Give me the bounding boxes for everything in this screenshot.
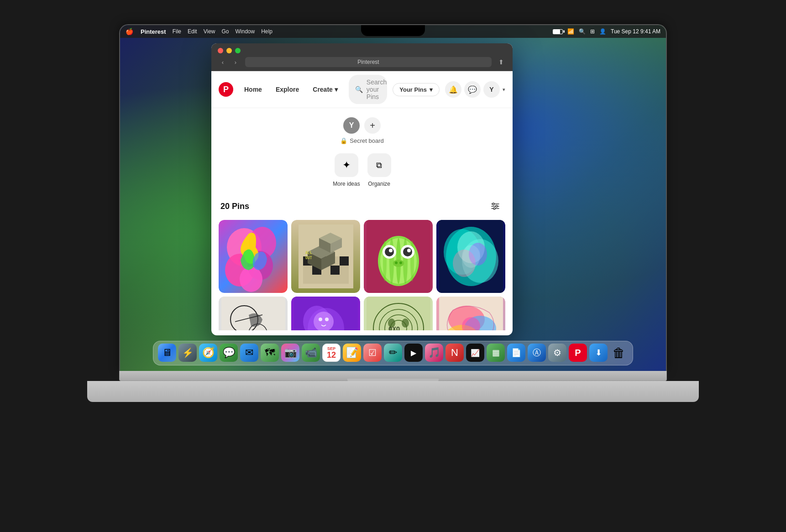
menu-go[interactable]: Go (221, 28, 229, 35)
pin-card[interactable]: + (291, 297, 360, 330)
svg-point-41 (395, 261, 398, 264)
pins-count: 20 Pins (220, 202, 249, 211)
dock: 🖥 ⚡ 🧭 💬 ✉ 🗺 📷 📹 SEP 12 📝 ☑ ✏ ▶ 🎵 N 📈 ▦ 📄… (153, 341, 633, 365)
wifi-icon: 📶 (567, 28, 574, 35)
svg-point-68 (402, 318, 409, 328)
secret-board-lock-icon: 🔒 (340, 137, 347, 144)
pin-card[interactable]: OXO (364, 297, 433, 330)
svg-point-39 (407, 249, 411, 252)
pinterest-logo[interactable]: P (219, 82, 233, 97)
dock-icon-messages[interactable]: 💬 (220, 344, 238, 362)
pin-card[interactable] (364, 220, 433, 293)
svg-rect-15 (340, 256, 349, 266)
app-name[interactable]: Pinterest (141, 28, 166, 35)
nav-links: Home Explore Create ▾ (239, 83, 343, 96)
dock-icon-pages[interactable]: 📄 (507, 344, 525, 362)
dock-icon-appstore[interactable]: Ⓐ (528, 344, 546, 362)
board-avatar: Y (343, 117, 360, 134)
organize-icon: ⧉ (367, 153, 391, 177)
menubar-right: 📶 🔍 ⊞ 👤 Tue Sep 12 9:41 AM (553, 28, 660, 35)
user-menu-icon[interactable]: 👤 (599, 28, 606, 35)
nav-icons: 🔔 💬 Y ▾ (445, 81, 505, 98)
notch (361, 25, 425, 36)
menu-edit[interactable]: Edit (188, 28, 197, 35)
dock-icon-launchpad[interactable]: ⚡ (178, 344, 197, 362)
more-ideas-button[interactable]: ✦ More ideas (333, 153, 360, 187)
screen: 🍎 Pinterest File Edit View Go Window Hel… (119, 24, 667, 371)
dock-icon-news[interactable]: N (445, 344, 464, 362)
pin-card[interactable] (219, 297, 288, 330)
dock-icon-settings[interactable]: ⚙ (548, 344, 566, 362)
svg-point-38 (389, 249, 393, 252)
control-center-icon[interactable]: ⊞ (590, 28, 595, 35)
dock-icon-reminders[interactable]: ☑ (363, 344, 382, 362)
profile-chevron[interactable]: ▾ (503, 87, 505, 93)
dock-icon-calendar[interactable]: SEP 12 (322, 344, 341, 362)
organize-button[interactable]: ⧉ Organize (367, 153, 391, 187)
dock-icon-pinterest[interactable]: P (569, 344, 587, 362)
clock: Tue Sep 12 9:41 AM (611, 28, 660, 35)
search-menu-icon[interactable]: 🔍 (579, 28, 586, 35)
svg-point-37 (403, 247, 412, 256)
window-controls (218, 48, 506, 53)
menu-window[interactable]: Window (235, 28, 255, 35)
search-bar[interactable]: 🔍 Search your Pins (349, 75, 387, 104)
svg-text:ALL: ALL (305, 251, 312, 255)
dock-icon-numbers[interactable]: ▦ (487, 344, 505, 362)
nav-create[interactable]: Create ▾ (307, 83, 343, 96)
your-pins-button[interactable]: Your Pins ▾ (393, 83, 440, 96)
nav-create-label: Create (313, 86, 333, 93)
dock-icon-mail[interactable]: ✉ (240, 344, 258, 362)
dock-icon-stocks[interactable]: 📈 (466, 344, 484, 362)
dock-icon-trash[interactable]: 🗑 (610, 344, 628, 362)
dock-icon-freeform[interactable]: ✏ (384, 344, 402, 362)
secret-board-label: 🔒 Secret board (340, 137, 383, 144)
pin-card[interactable]: ALL OUT (291, 220, 360, 293)
svg-text:OUT: OUT (305, 256, 312, 260)
share-button[interactable]: ⬆ (496, 57, 506, 67)
svg-point-50 (462, 245, 480, 268)
pin-card[interactable] (436, 220, 505, 293)
menubar-left: 🍎 Pinterest File Edit View Go Window Hel… (126, 28, 272, 35)
dock-icon-music[interactable]: 🎵 (425, 344, 443, 362)
dock-icon-finder[interactable]: 🖥 (158, 344, 176, 362)
svg-point-10 (240, 266, 262, 292)
close-button[interactable] (218, 48, 223, 53)
back-button[interactable]: ‹ (218, 57, 228, 67)
menu-view[interactable]: View (204, 28, 215, 35)
dock-icon-safari[interactable]: 🧭 (199, 344, 217, 362)
dock-icon-notes[interactable]: 📝 (343, 344, 361, 362)
filter-button[interactable] (487, 198, 503, 214)
menu-help[interactable]: Help (261, 28, 272, 35)
dock-icon-software[interactable]: ⬇ (589, 344, 608, 362)
svg-point-36 (385, 247, 394, 256)
nav-home[interactable]: Home (239, 83, 267, 96)
browser-chrome: ‹ › Pinterest ⬆ (211, 43, 513, 71)
pin-card[interactable]: ? (436, 297, 505, 330)
dock-icon-facetime[interactable]: 📹 (302, 344, 320, 362)
board-header: Y + 🔒 Secret board (211, 108, 513, 149)
dock-icon-maps[interactable]: 🗺 (261, 344, 279, 362)
address-bar[interactable]: Pinterest (245, 57, 492, 67)
apple-menu[interactable]: 🍎 (126, 28, 133, 35)
minimize-button[interactable] (226, 48, 232, 53)
nav-explore[interactable]: Explore (270, 83, 304, 96)
pinterest-content: P Home Explore Create ▾ 🔍 Search your Pi… (211, 71, 513, 330)
messages-button[interactable]: 💬 (464, 81, 481, 98)
pinterest-nav: P Home Explore Create ▾ 🔍 Search your Pi… (211, 71, 513, 108)
secret-board-text: Secret board (350, 137, 383, 144)
svg-text:OXO: OXO (388, 325, 400, 330)
battery-indicator (553, 29, 563, 34)
profile-button[interactable]: Y (483, 81, 500, 98)
board-add-button[interactable]: + (364, 117, 381, 134)
browser-toolbar: ‹ › Pinterest ⬆ (218, 57, 506, 67)
dock-icon-appletv[interactable]: ▶ (404, 344, 423, 362)
pin-card[interactable] (219, 220, 288, 293)
forward-button[interactable]: › (231, 57, 241, 67)
notifications-button[interactable]: 🔔 (445, 81, 461, 98)
menu-file[interactable]: File (173, 28, 181, 35)
maximize-button[interactable] (235, 48, 241, 53)
svg-point-42 (399, 261, 402, 264)
dock-icon-photos[interactable]: 📷 (281, 344, 299, 362)
more-ideas-label: More ideas (333, 181, 360, 187)
